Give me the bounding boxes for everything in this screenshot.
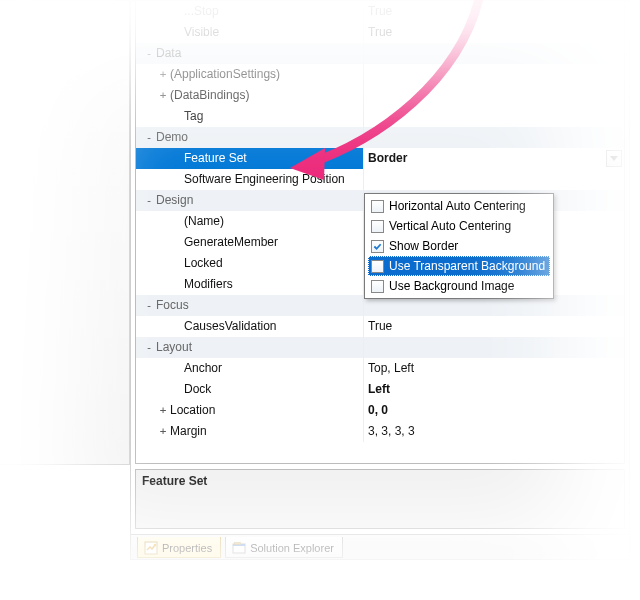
category-row[interactable]: -Layout xyxy=(136,337,624,358)
property-label: Visible xyxy=(184,22,219,43)
property-value[interactable]: Border xyxy=(368,151,407,165)
property-row[interactable]: ...StopTrue xyxy=(136,1,624,22)
property-row[interactable]: +(ApplicationSettings) xyxy=(136,64,624,85)
tab-properties[interactable]: Properties xyxy=(137,537,221,558)
category-label: Focus xyxy=(156,295,189,316)
checkbox[interactable] xyxy=(371,240,384,253)
svg-marker-0 xyxy=(610,156,618,161)
dropdown-item-label: Vertical Auto Centering xyxy=(389,219,511,233)
expand-toggle[interactable]: - xyxy=(142,127,156,148)
property-value[interactable]: Left xyxy=(368,382,390,396)
expand-toggle[interactable]: + xyxy=(156,400,170,421)
property-label: (ApplicationSettings) xyxy=(170,64,280,85)
property-row[interactable]: AnchorTop, Left xyxy=(136,358,624,379)
dropdown-item-label: Horizontal Auto Centering xyxy=(389,199,526,213)
checkbox[interactable] xyxy=(371,200,384,213)
expand-toggle[interactable]: + xyxy=(156,85,170,106)
property-label: Locked xyxy=(184,253,223,274)
svg-rect-5 xyxy=(235,542,241,544)
description-panel: Feature Set xyxy=(135,469,625,529)
property-label: Anchor xyxy=(184,358,222,379)
category-row[interactable]: -Data xyxy=(136,43,624,64)
property-label: (Name) xyxy=(184,211,224,232)
property-row[interactable]: DockLeft xyxy=(136,379,624,400)
expand-toggle[interactable]: - xyxy=(142,43,156,64)
property-row[interactable]: +Location0, 0 xyxy=(136,400,624,421)
tab-solution-explorer[interactable]: Solution Explorer xyxy=(225,537,343,558)
dropdown-item-label: Use Background Image xyxy=(389,279,514,293)
left-panel xyxy=(0,0,130,465)
description-title: Feature Set xyxy=(142,474,207,488)
dropdown-button[interactable] xyxy=(606,150,622,167)
tab-label: Properties xyxy=(162,542,212,554)
checkbox[interactable] xyxy=(371,280,384,293)
property-row[interactable]: +(DataBindings) xyxy=(136,85,624,106)
tab-strip: Properties Solution Explorer xyxy=(131,534,629,559)
featureset-dropdown[interactable]: Horizontal Auto CenteringVertical Auto C… xyxy=(364,193,554,299)
category-label: Layout xyxy=(156,337,192,358)
property-label: Margin xyxy=(170,421,207,442)
dropdown-item[interactable]: Use Background Image xyxy=(368,276,550,296)
property-row[interactable]: Tag xyxy=(136,106,624,127)
property-row[interactable]: CausesValidationTrue xyxy=(136,316,624,337)
expand-toggle[interactable]: - xyxy=(142,295,156,316)
checkbox[interactable] xyxy=(371,260,384,273)
solution-explorer-icon xyxy=(232,541,246,555)
property-label: Dock xyxy=(184,379,211,400)
tab-label: Solution Explorer xyxy=(250,542,334,554)
property-value[interactable]: 0, 0 xyxy=(368,403,388,417)
category-label: Data xyxy=(156,43,181,64)
property-value[interactable]: Top, Left xyxy=(368,361,414,375)
dropdown-item[interactable]: Use Transparent Background xyxy=(368,256,550,276)
property-value[interactable]: True xyxy=(368,319,392,333)
property-label: Feature Set xyxy=(184,148,247,169)
expand-toggle[interactable]: + xyxy=(156,421,170,442)
property-label: Software Engineering Position xyxy=(184,169,345,190)
expand-toggle[interactable]: - xyxy=(142,337,156,358)
svg-point-2 xyxy=(154,543,156,545)
dropdown-item[interactable]: Vertical Auto Centering xyxy=(368,216,550,236)
property-value[interactable]: True xyxy=(368,25,392,39)
property-label: (DataBindings) xyxy=(170,85,249,106)
property-value[interactable]: True xyxy=(368,4,392,18)
property-row[interactable]: Software Engineering Position xyxy=(136,169,624,190)
dropdown-item-label: Show Border xyxy=(389,239,458,253)
dropdown-item[interactable]: Horizontal Auto Centering xyxy=(368,196,550,216)
property-row[interactable]: +Margin3, 3, 3, 3 xyxy=(136,421,624,442)
property-row[interactable]: VisibleTrue xyxy=(136,22,624,43)
property-label: Location xyxy=(170,400,215,421)
property-label: Tag xyxy=(184,106,203,127)
category-row[interactable]: -Demo xyxy=(136,127,624,148)
property-value[interactable]: 3, 3, 3, 3 xyxy=(368,424,415,438)
category-label: Design xyxy=(156,190,193,211)
property-row[interactable]: Feature SetBorder xyxy=(136,148,624,169)
expand-toggle[interactable]: - xyxy=(142,190,156,211)
expand-toggle[interactable]: + xyxy=(156,64,170,85)
checkbox[interactable] xyxy=(371,220,384,233)
properties-icon xyxy=(144,541,158,555)
category-label: Demo xyxy=(156,127,188,148)
property-label: CausesValidation xyxy=(184,316,277,337)
dropdown-item-label: Use Transparent Background xyxy=(389,259,545,273)
property-label: ...Stop xyxy=(184,1,219,22)
property-label: Modifiers xyxy=(184,274,233,295)
dropdown-item[interactable]: Show Border xyxy=(368,236,550,256)
property-label: GenerateMember xyxy=(184,232,278,253)
